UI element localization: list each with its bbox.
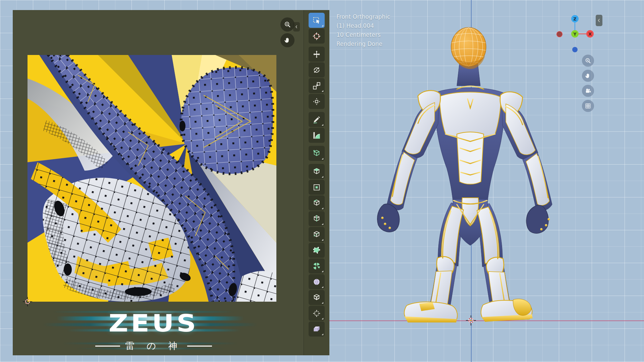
tool-extrude-region-button[interactable]: [309, 164, 325, 179]
viewport-header: Front Orthographic (1) Head.004 10 Centi…: [336, 12, 390, 49]
tool-options-corner: [322, 124, 323, 126]
tool-options-corner: [322, 318, 323, 319]
tool-options-corner: [322, 207, 323, 209]
uv-zoom-button[interactable]: [280, 17, 294, 32]
inset-icon: [312, 183, 321, 192]
camera-icon: [585, 87, 591, 94]
tool-options-corner: [322, 334, 323, 335]
loop-cut-icon: [312, 215, 321, 223]
tool-spin-button[interactable]: [309, 258, 325, 274]
active-object: (1) Head.004: [336, 21, 390, 31]
smooth-icon: [312, 278, 321, 286]
viewport-camera-button[interactable]: [582, 85, 594, 97]
move-icon: [312, 50, 321, 59]
tool-rotate-button[interactable]: [309, 62, 325, 77]
blender-window: Front Orthographic (1) Head.004 10 Centi…: [0, 0, 644, 362]
hand-icon: [284, 37, 291, 44]
tool-measure-button[interactable]: [309, 128, 325, 143]
tool-add-cube-button[interactable]: [309, 146, 325, 161]
tool-bevel-button[interactable]: [309, 195, 325, 210]
view-name: Front Orthographic: [336, 12, 390, 21]
tool-options-corner: [322, 302, 323, 304]
tool-select-box-button[interactable]: [309, 13, 325, 28]
tool-smooth-button[interactable]: [309, 274, 325, 289]
render-status: Rendering Done: [336, 40, 390, 49]
edge-slide-icon: [312, 293, 321, 302]
chevron-left-icon: [597, 18, 601, 23]
logo-dash: [187, 346, 212, 347]
select-box-icon: [312, 16, 321, 25]
viewport-nav-buttons: [582, 55, 594, 112]
add-cube-icon: [312, 149, 321, 158]
sidebar-collapse-tab[interactable]: [596, 15, 602, 26]
tool-options-corner: [322, 176, 323, 178]
tool-options-corner: [322, 25, 323, 26]
magnifier-plus-icon: [284, 21, 291, 28]
tool-scale-button[interactable]: [309, 78, 325, 93]
tool-move-button[interactable]: [309, 47, 325, 62]
gizmo-z-label: Z: [573, 16, 576, 21]
logo-title: ZEUS: [0, 311, 311, 335]
extrude-icon: [312, 167, 321, 176]
gizmo-neg-z-ball[interactable]: [572, 47, 578, 52]
gizmo-neg-x-ball[interactable]: [557, 32, 562, 37]
rotate-icon: [312, 66, 321, 74]
measure-icon: [312, 131, 321, 140]
viewport-grid-button[interactable]: [582, 100, 594, 112]
gizmo-x-label: X: [588, 32, 592, 37]
magnifier-plus-icon: [585, 57, 591, 64]
annotate-icon: [312, 115, 321, 124]
texture-logo: ZEUS 雷 の 神: [13, 305, 294, 355]
knife-icon: [312, 230, 321, 239]
tool-knife-button[interactable]: [309, 227, 325, 242]
gizmo-y-label: Y: [573, 32, 577, 37]
tool-cursor-button[interactable]: [309, 28, 325, 44]
tool-poly-build-button[interactable]: [309, 243, 325, 258]
chevron-left-icon: [294, 25, 299, 29]
logo-subtitle: 雷 の 神: [13, 340, 294, 352]
tool-options-corner: [322, 286, 323, 288]
bevel-icon: [312, 199, 321, 207]
uv-collapse-tab[interactable]: [293, 22, 300, 32]
transform-icon: [312, 97, 321, 106]
uv-texture-artwork[interactable]: [28, 55, 276, 302]
tool-transform-button[interactable]: [309, 94, 325, 109]
logo-subtitle-text: 雷 の 神: [125, 340, 182, 352]
grid-icon: [585, 103, 591, 109]
tool-shrink-fatten-button[interactable]: [309, 306, 325, 321]
uv-pan-button[interactable]: [280, 33, 294, 47]
shear-icon: [312, 325, 321, 334]
tool-inset-faces-button[interactable]: [309, 180, 325, 195]
tool-shear-button[interactable]: [309, 321, 325, 337]
tool-options-corner: [322, 158, 323, 160]
tool-options-corner: [322, 90, 323, 92]
tool-options-corner: [322, 223, 323, 225]
logo-dash: [95, 346, 120, 347]
viewport-pan-button[interactable]: [582, 70, 594, 82]
spin-icon: [312, 262, 321, 270]
tool-options-corner: [322, 239, 323, 241]
shrink-fatten-icon: [312, 309, 321, 318]
tool-strip: [304, 10, 329, 355]
uv-editor-panel[interactable]: ZEUS 雷 の 神: [13, 10, 304, 355]
grid-scale: 10 Centimeters: [336, 31, 390, 40]
scale-icon: [312, 81, 321, 90]
tool-loop-cut-button[interactable]: [309, 211, 325, 226]
character-model[interactable]: [369, 23, 557, 332]
tool-annotate-button[interactable]: [309, 112, 325, 127]
tool-edge-slide-button[interactable]: [309, 290, 325, 305]
hand-icon: [585, 72, 591, 79]
3d-cursor[interactable]: [466, 315, 476, 325]
navigation-gizmo[interactable]: Z Y X: [553, 11, 596, 55]
viewport-zoom-button[interactable]: [582, 55, 594, 67]
cursor-tool-icon: [312, 32, 321, 41]
tool-options-corner: [322, 270, 323, 272]
poly-build-icon: [312, 246, 321, 255]
